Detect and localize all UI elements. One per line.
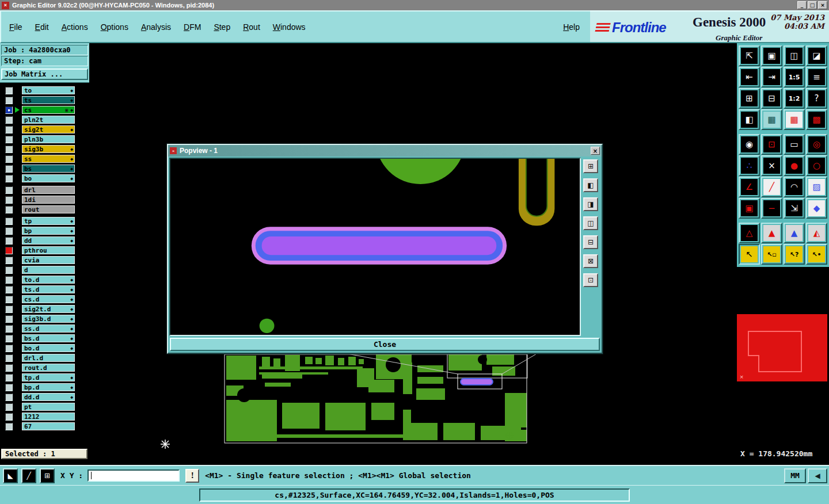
menu-edit[interactable]: Edit bbox=[35, 22, 49, 32]
layer-row-d[interactable]: d bbox=[0, 265, 89, 274]
raster-red-button[interactable]: ▦ bbox=[784, 109, 805, 130]
popview-clone-button[interactable]: ◫ bbox=[583, 216, 598, 230]
close-button[interactable]: × bbox=[818, 1, 827, 9]
menu-help[interactable]: Help bbox=[563, 22, 580, 32]
frame-zoom-button[interactable]: ⊡ bbox=[761, 134, 782, 155]
layer-checkbox[interactable] bbox=[5, 247, 13, 254]
layer-row-to.d[interactable]: to.d◆ bbox=[0, 275, 89, 284]
layer-label[interactable]: sig3b.d◆ bbox=[22, 315, 75, 323]
triangle-outline-button[interactable]: △ bbox=[739, 223, 760, 243]
menu-actions[interactable]: Actions bbox=[62, 22, 88, 32]
layer-label[interactable]: ss◆ bbox=[22, 155, 75, 163]
job-matrix-button[interactable]: Job Matrix ... bbox=[1, 68, 88, 80]
layer-label[interactable]: ts◆ bbox=[22, 96, 75, 104]
layer-row-rout.d[interactable]: rout.d bbox=[0, 363, 89, 372]
redraw-button[interactable]: ▣ bbox=[761, 45, 782, 66]
selected-pad[interactable] bbox=[461, 379, 493, 385]
zoom-previous-button[interactable]: ⇱ bbox=[739, 45, 760, 66]
layer-label[interactable]: sig2t.d◆ bbox=[22, 305, 75, 313]
layer-row-cvia[interactable]: cvia bbox=[0, 255, 89, 265]
ruler-button[interactable]: ▭ bbox=[784, 134, 805, 155]
hatch-tool-button[interactable]: ▨ bbox=[806, 177, 827, 197]
layer-label[interactable]: bs◆ bbox=[22, 165, 75, 173]
origin-marker-button[interactable]: ◉ bbox=[739, 134, 760, 155]
popview-close-x-button[interactable]: × bbox=[591, 147, 600, 155]
popview-canvas[interactable] bbox=[169, 158, 581, 336]
layer-row-ts[interactable]: ts◆ bbox=[0, 96, 89, 105]
arc-tool-button[interactable]: ◠ bbox=[784, 177, 805, 197]
layer-label[interactable]: sig3b◆ bbox=[22, 145, 75, 153]
layer-label[interactable]: drl bbox=[22, 186, 75, 194]
popview-view-up-button[interactable]: ◧ bbox=[583, 178, 598, 192]
layer-row-bo.d[interactable]: bo.d◆ bbox=[0, 343, 89, 353]
dual-view-button[interactable]: ◫ bbox=[784, 45, 805, 66]
layer-row-cs[interactable]: cs◆▣ bbox=[0, 105, 89, 114]
layer-label[interactable]: tp.d◆ bbox=[22, 373, 75, 381]
layer-row-pthrou[interactable]: pthrou bbox=[0, 246, 89, 255]
layer-stack-button[interactable]: ≡ bbox=[806, 67, 827, 87]
layer-checkbox[interactable] bbox=[5, 364, 13, 372]
xy-input[interactable] bbox=[88, 469, 180, 482]
layer-label[interactable]: cs◆▣ bbox=[22, 106, 75, 114]
menu-step[interactable]: Step bbox=[214, 22, 230, 32]
layer-checkbox[interactable] bbox=[5, 165, 13, 173]
layer-label[interactable]: 1di bbox=[22, 196, 75, 204]
probe-dot-button[interactable]: ○ bbox=[806, 155, 827, 176]
mirror-view-button[interactable]: ◧ bbox=[739, 109, 760, 130]
layer-label[interactable]: d bbox=[22, 266, 75, 274]
popview-close-button[interactable]: Close bbox=[170, 338, 600, 351]
layer-row-bp[interactable]: bp◆ bbox=[0, 226, 89, 235]
layer-row-rout[interactable]: rout bbox=[0, 205, 89, 214]
layer-label[interactable]: dd◆ bbox=[22, 236, 75, 245]
select-inside-cursor-button[interactable]: ↖▫ bbox=[761, 244, 782, 265]
raster-dark-button[interactable]: ▩ bbox=[806, 109, 827, 130]
layer-checkbox[interactable] bbox=[5, 296, 13, 303]
layer-label[interactable]: bs.d◆ bbox=[22, 334, 75, 342]
layer-row-drl.d[interactable]: drl.d bbox=[0, 353, 89, 362]
layer-label[interactable]: tp◆ bbox=[22, 217, 75, 225]
subtract-tool-button[interactable]: − bbox=[761, 198, 782, 219]
layer-label[interactable]: 67 bbox=[22, 422, 75, 430]
layer-checkbox[interactable] bbox=[5, 266, 13, 274]
layer-label[interactable]: pthrou bbox=[22, 246, 75, 254]
layer-row-pln3b[interactable]: pln3b bbox=[0, 135, 89, 144]
layer-checkbox[interactable] bbox=[5, 87, 13, 94]
resize-tool-button[interactable]: ⇲ bbox=[784, 198, 805, 219]
zoom-in-button[interactable]: ⊞ bbox=[739, 88, 760, 109]
layer-label[interactable]: bo.d◆ bbox=[22, 344, 75, 352]
shape-diamond-button[interactable]: ◆ bbox=[806, 198, 827, 219]
layer-checkbox[interactable] bbox=[5, 175, 13, 182]
layer-row-sig3b.d[interactable]: sig3b.d◆ bbox=[0, 314, 89, 323]
layer-row-tp[interactable]: tp◆ bbox=[0, 216, 89, 226]
popview-titlebar[interactable]: × Popview - 1 × bbox=[168, 145, 602, 156]
menu-file[interactable]: File bbox=[9, 22, 22, 32]
layer-row-drl[interactable]: drl bbox=[0, 185, 89, 194]
layer-label[interactable]: rout bbox=[22, 205, 75, 213]
menu-dfm[interactable]: DFM bbox=[184, 22, 201, 32]
layer-label[interactable]: pln2t bbox=[22, 116, 75, 124]
layer-row-1212[interactable]: 1212 bbox=[0, 412, 89, 421]
titlebar[interactable]: × Graphic Editor 9.02c2 (00@HY-HYCAM-PC0… bbox=[0, 0, 829, 10]
popview-zoom-out-button[interactable]: ⊟ bbox=[583, 235, 598, 249]
triangle-filled-button[interactable]: ▲ bbox=[761, 223, 782, 243]
layer-checkbox[interactable] bbox=[5, 227, 13, 235]
zoom-out-button[interactable]: ⊟ bbox=[761, 88, 782, 109]
layer-row-bo[interactable]: bo◆ bbox=[0, 174, 89, 183]
layer-label[interactable]: bo◆ bbox=[22, 174, 75, 182]
triangle-blue-button[interactable]: ▲ bbox=[784, 223, 805, 243]
angle-line-button[interactable]: ╱ bbox=[21, 468, 36, 483]
layer-label[interactable]: ss.d◆ bbox=[22, 324, 75, 333]
layer-checkbox[interactable] bbox=[5, 413, 13, 421]
layer-row-to[interactable]: to◆ bbox=[0, 86, 89, 95]
layer-label[interactable]: cvia bbox=[22, 256, 75, 264]
layer-checkbox[interactable] bbox=[5, 345, 13, 352]
layer-label[interactable]: dd.d◆ bbox=[22, 393, 75, 401]
layer-row-bs[interactable]: bs◆ bbox=[0, 164, 89, 173]
layer-checkbox[interactable] bbox=[5, 354, 13, 362]
triangle-half-button[interactable]: ◭ bbox=[806, 223, 827, 243]
layer-checkbox[interactable] bbox=[5, 325, 13, 333]
layer-label[interactable]: bp◆ bbox=[22, 227, 75, 235]
layer-checkbox[interactable] bbox=[5, 237, 13, 245]
grid-toggle-button[interactable]: ▦ bbox=[761, 109, 782, 130]
alert-button[interactable]: ! bbox=[185, 469, 199, 483]
